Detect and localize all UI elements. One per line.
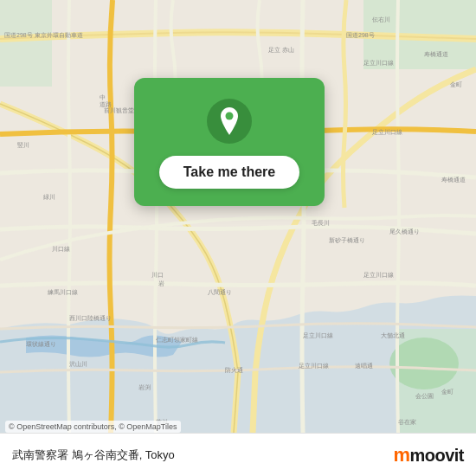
location-card: Take me there <box>134 78 325 206</box>
svg-text:岩渕: 岩渕 <box>138 384 151 390</box>
svg-text:金町: 金町 <box>450 81 462 87</box>
svg-text:川口: 川口 <box>151 272 164 278</box>
svg-text:谷在家: 谷在家 <box>398 419 416 426</box>
moovit-logo: mmoovit <box>393 444 464 466</box>
svg-text:大舗北通: 大舗北通 <box>381 332 405 338</box>
svg-text:国道298号 東京外環自動車道: 国道298号 東京外環自動車道 <box>4 32 83 38</box>
svg-text:寿橋通道: 寿橋通道 <box>441 177 466 183</box>
map-attribution: © OpenStreetMap contributors, © OpenMapT… <box>5 421 181 433</box>
svg-text:新砂子橋通り: 新砂子橋通り <box>329 237 365 244</box>
svg-rect-3 <box>0 0 52 87</box>
svg-text:川口線: 川口線 <box>52 246 70 252</box>
svg-text:防火通: 防火通 <box>225 367 243 373</box>
map-pin-icon <box>207 99 252 144</box>
svg-text:毛長川: 毛長川 <box>312 220 330 226</box>
map-background: 国道298号 東京外環自動車道 国道298号 伝右川 竪川 緑川 西川口陸橋通り… <box>0 0 476 433</box>
location-info: 武南警察署 鳩ヶ谷南交番, Tokyo <box>12 447 175 463</box>
map-container: 国道298号 東京外環自動車道 国道298号 伝右川 竪川 緑川 西川口陸橋通り… <box>0 0 476 433</box>
svg-text:尾久橋通り: 尾久橋通り <box>389 228 420 235</box>
svg-text:西川口陸橋通り: 西川口陸橋通り <box>69 315 112 322</box>
svg-text:練馬川口線: 練馬川口線 <box>47 289 78 295</box>
svg-text:緑川: 緑川 <box>42 194 55 200</box>
svg-text:中: 中 <box>100 94 106 100</box>
location-name: 武南警察署 鳩ヶ谷南交番, Tokyo <box>12 448 175 461</box>
svg-text:足立 赤山: 足立 赤山 <box>268 47 294 54</box>
svg-text:会公園: 会公園 <box>415 393 434 399</box>
svg-text:環状線通り: 環状線通り <box>26 341 56 348</box>
svg-text:伝右川: 伝右川 <box>372 16 390 23</box>
svg-text:寿橋通道: 寿橋通道 <box>424 51 448 57</box>
svg-text:岩: 岩 <box>158 280 164 286</box>
svg-text:足立川口線: 足立川口線 <box>372 129 402 136</box>
svg-text:道路: 道路 <box>100 101 112 107</box>
svg-text:仁志町領家町線: 仁志町領家町線 <box>155 337 198 344</box>
svg-text:遠唱通: 遠唱通 <box>355 363 373 369</box>
take-me-there-button[interactable]: Take me there <box>159 156 299 189</box>
svg-text:足立川口線: 足立川口線 <box>299 363 329 370</box>
bottom-bar: 武南警察署 鳩ヶ谷南交番, Tokyo mmoovit <box>0 433 476 476</box>
svg-text:国道298号: 国道298号 <box>346 32 375 38</box>
svg-text:足立川口線: 足立川口線 <box>363 272 394 279</box>
svg-text:金町: 金町 <box>441 389 453 395</box>
svg-text:足立川口線: 足立川口線 <box>363 60 394 67</box>
svg-point-4 <box>389 338 459 389</box>
svg-text:八間通り: 八間通り <box>208 289 232 296</box>
moovit-wordmark: mmoovit <box>393 444 464 466</box>
svg-point-47 <box>226 113 234 120</box>
svg-text:沢山川: 沢山川 <box>69 361 87 367</box>
svg-text:足立川口線: 足立川口線 <box>303 332 333 339</box>
svg-text:竪川: 竪川 <box>17 142 29 148</box>
